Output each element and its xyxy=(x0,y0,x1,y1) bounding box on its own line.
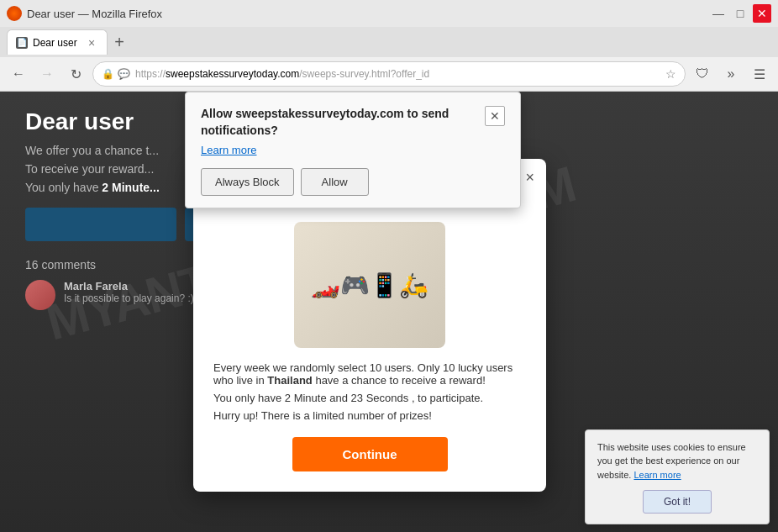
security-icon: 🔒 xyxy=(102,68,114,80)
comment-text: Is it possible to play again? :) xyxy=(64,292,194,304)
main-modal: × quiz. It will only take a minute and y… xyxy=(193,159,546,492)
main-modal-weekly: Every week we randomly select 10 users. … xyxy=(213,361,526,387)
tab-close-button[interactable]: × xyxy=(85,36,98,50)
allow-button[interactable]: Allow xyxy=(301,168,369,196)
address-bar[interactable]: 🔒 💬 https://sweepstakessurveytoday.com/s… xyxy=(92,61,686,87)
url-host: sweepstakessurveytoday.com xyxy=(166,68,299,80)
prizes-image xyxy=(294,222,445,348)
page-content: MYANTISPYWARE.COM Dear user We offer you… xyxy=(0,92,778,532)
cookie-text: This website uses cookies to ensure you … xyxy=(597,440,757,482)
notif-actions: Always Block Allow xyxy=(201,168,505,196)
minimize-button[interactable]: — xyxy=(709,4,728,23)
shield-button[interactable]: 🛡 xyxy=(691,62,714,86)
address-icons: 🔒 💬 xyxy=(102,68,130,80)
country-name: Thailand xyxy=(267,374,312,387)
weekly-text2: have a chance to receive a reward! xyxy=(315,374,485,387)
notification-icon: 💬 xyxy=(118,68,130,80)
title-bar-left: Dear user — Mozilla Firefox xyxy=(7,6,162,21)
maximize-button[interactable]: □ xyxy=(731,4,749,23)
active-tab[interactable]: 📄 Dear user × xyxy=(7,29,108,55)
cookie-got-it-button[interactable]: Got it! xyxy=(643,490,712,514)
page-btn1[interactable] xyxy=(25,208,176,241)
main-modal-close-button[interactable]: × xyxy=(525,169,534,187)
comment-avatar xyxy=(25,280,55,310)
main-modal-timer: You only have 2 Minute and 23 Seconds , … xyxy=(213,392,526,404)
continue-button[interactable]: Continue xyxy=(292,437,448,471)
bookmark-button[interactable]: ☆ xyxy=(665,67,676,81)
page-countdown: 2 Minute... xyxy=(102,181,159,194)
you-only-text: You only have xyxy=(213,392,285,404)
cookie-notice: This website uses cookies to ensure you … xyxy=(585,429,770,525)
new-tab-button[interactable]: + xyxy=(108,30,131,54)
close-window-button[interactable]: ✕ xyxy=(753,4,771,23)
notif-header: Allow sweepstakessurveytoday.com to send… xyxy=(201,106,505,139)
cookie-learn-more-link[interactable]: Learn more xyxy=(633,470,681,480)
always-block-button[interactable]: Always Block xyxy=(201,168,294,196)
nav-bar: ← → ↻ 🔒 💬 https://sweepstakessurveytoday… xyxy=(0,57,778,91)
refresh-button[interactable]: ↻ xyxy=(64,62,87,86)
tab-favicon: 📄 xyxy=(16,37,28,49)
notif-title: Allow sweepstakessurveytoday.com to send… xyxy=(201,106,470,139)
comment-author: Marla Farela xyxy=(64,280,194,292)
address-url: https://sweepstakessurveytoday.com/sweep… xyxy=(135,68,660,80)
title-bar-controls: — □ ✕ xyxy=(709,4,771,23)
browser-chrome: Dear user — Mozilla Firefox — □ ✕ 📄 Dear… xyxy=(0,0,778,92)
tab-label: Dear user xyxy=(33,37,80,49)
extensions-button[interactable]: » xyxy=(719,62,743,86)
back-button[interactable]: ← xyxy=(7,62,30,86)
main-modal-prizes xyxy=(213,222,526,348)
menu-button[interactable]: ☰ xyxy=(748,62,771,86)
comment-body: Marla Farela Is it possible to play agai… xyxy=(64,280,194,304)
firefox-icon xyxy=(7,6,22,21)
countdown-text: 2 Minute and 23 Seconds xyxy=(285,392,408,404)
notif-learn-more-link[interactable]: Learn more xyxy=(201,144,505,156)
forward-button[interactable]: → xyxy=(35,62,59,86)
notif-close-button[interactable]: ✕ xyxy=(485,106,505,126)
participate-text: , to participate. xyxy=(412,392,483,404)
page-line3-prefix: You only have xyxy=(25,181,102,194)
window-title: Dear user — Mozilla Firefox xyxy=(27,8,162,20)
nav-right: 🛡 » ☰ xyxy=(691,62,771,86)
url-path: /sweeps-survey.html?offer_id xyxy=(299,68,429,80)
tab-bar: 📄 Dear user × + xyxy=(0,27,778,57)
main-modal-hurry: Hurry up! There is a limited number of p… xyxy=(213,409,526,422)
notification-popup: Allow sweepstakessurveytoday.com to send… xyxy=(185,92,521,208)
url-scheme: https:// xyxy=(135,68,166,80)
title-bar: Dear user — Mozilla Firefox — □ ✕ xyxy=(0,0,778,27)
